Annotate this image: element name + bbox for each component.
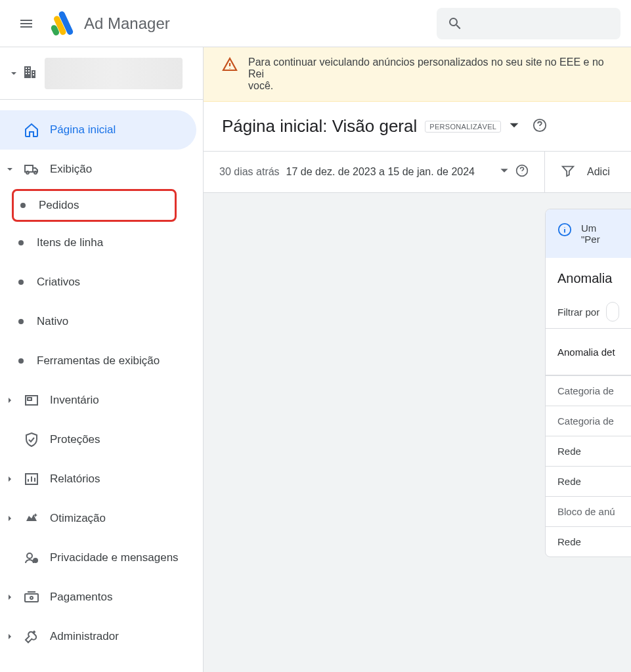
warning-icon [222,56,238,75]
subnav-label: Nativo [37,315,68,328]
date-range: 17 de dez. de 2023 a 15 de jan. de 2024 [286,166,475,178]
subnav-native[interactable]: Nativo [0,302,203,341]
chevron-right-icon [7,476,13,482]
page-header: Página inicial: Visão geral PERSONALIZÁV… [204,102,631,151]
shield-icon [24,432,39,448]
app-name: Ad Manager [84,14,170,33]
nav-label: Pagamentos [50,591,186,604]
banner-line1: Para continuar veiculando anúncios perso… [248,56,604,79]
nav-privacy[interactable]: Privacidade e mensagens [0,538,196,578]
table-header: Anomalia det [546,328,631,375]
spark-icon [24,511,39,526]
table-row[interactable]: Rede [546,526,631,556]
filter-icon [561,163,575,180]
info-line2: "Per [581,234,600,245]
app-logo[interactable]: Ad Manager [47,9,170,38]
table-row[interactable]: Categoria de [546,406,631,436]
panel-title: Anomalia [546,258,631,295]
truck-icon [24,161,39,177]
filter-label: Filtrar por [557,306,599,318]
svg-point-7 [33,558,38,563]
chart-icon [24,471,39,487]
help-icon[interactable] [533,118,547,135]
nav-label: Página inicial [50,123,186,136]
network-name-redacted [45,58,183,89]
subnav-label: Criativos [37,276,80,289]
date-prefix: 30 dias atrás [219,166,280,178]
nav-label: Otimização [50,512,186,525]
chevron-down-icon [500,166,509,178]
nav-admin[interactable]: Administrador [0,617,196,656]
hamburger-icon [18,16,34,32]
chevron-right-icon [7,633,13,640]
nav-label: Exibição [50,163,186,176]
warning-text: Para continuar veiculando anúncios perso… [248,56,613,92]
date-range-selector[interactable]: 30 dias atrás 17 de dez. de 2023 a 15 de… [204,152,545,192]
customizable-badge: PERSONALIZÁVEL [425,121,501,133]
nav-label: Administrador [50,630,186,643]
bullet-icon [20,203,26,208]
filter-label: Adici [587,166,610,178]
svg-rect-8 [25,594,38,602]
panel-info-banner: Um "Per [546,209,631,258]
bullet-icon [18,358,24,364]
help-icon[interactable] [515,164,529,180]
anomaly-panel: Um "Per Anomalia Filtrar por Anomalia de… [545,209,631,557]
subnav-orders[interactable]: Pedidos [12,189,177,222]
chevron-right-icon [7,594,13,600]
subnav-label: Itens de linha [37,236,103,249]
network-selector[interactable] [0,47,203,100]
nav-inventory[interactable]: Inventário [0,381,196,420]
subnav-creatives[interactable]: Criativos [0,262,203,302]
expand-triangle-icon [11,68,17,79]
bullet-icon [18,280,24,285]
subnav-label: Ferramentas de exibição [37,354,160,368]
ad-manager-logo-icon [47,9,76,38]
nav-label: Inventário [50,394,186,407]
search-icon [447,16,463,32]
sidebar: Página inicial Exibição Pedidos Itens de… [0,47,204,672]
nav-delivery[interactable]: Exibição [0,150,196,189]
info-icon [557,222,572,245]
nav-label: Proteções [50,433,186,446]
svg-rect-4 [28,398,32,400]
privacy-icon [24,550,39,566]
nav-optimization[interactable]: Otimização [0,499,196,538]
table-row[interactable]: Categoria de [546,375,631,406]
app-header: Ad Manager [0,0,631,47]
nav-label: Privacidade e mensagens [50,551,186,564]
table-row[interactable]: Bloco de anú [546,496,631,526]
subnav-delivery-tools[interactable]: Ferramentas de exibição [0,341,203,381]
building-icon [22,64,38,83]
nav-home[interactable]: Página inicial [0,110,196,150]
info-text: Um "Per [581,222,600,245]
chevron-down-icon [7,166,13,173]
hamburger-menu-button[interactable] [11,8,42,39]
chevron-right-icon [7,515,13,522]
nav-label: Relatórios [50,472,186,486]
search-input[interactable] [437,8,620,39]
nav-delivery-submenu: Pedidos Itens de linha Criativos Nativo … [0,189,203,381]
main-content: Para continuar veiculando anúncios perso… [204,47,631,672]
info-line1: Um [581,222,596,234]
nav-protections[interactable]: Proteções [0,420,196,459]
bullet-icon [18,240,24,245]
table-row[interactable]: Rede [546,436,631,466]
wrench-icon [24,629,39,644]
svg-point-9 [30,597,33,599]
banner-line2: você. [248,80,273,91]
payment-icon [24,589,39,605]
chevron-right-icon [7,397,13,404]
panel-filter[interactable]: Filtrar por [546,295,631,328]
inventory-icon [24,392,39,408]
nav-reports[interactable]: Relatórios [0,459,196,499]
add-filter[interactable]: Adici [545,163,626,180]
svg-point-6 [27,553,32,558]
toolbar: 30 dias atrás 17 de dez. de 2023 a 15 de… [204,151,631,193]
dashboard-content: Um "Per Anomalia Filtrar por Anomalia de… [204,193,631,672]
table-row[interactable]: Rede [546,466,631,496]
subnav-line-items[interactable]: Itens de linha [0,223,203,262]
nav-payments[interactable]: Pagamentos [0,578,196,617]
filter-chip[interactable] [606,302,619,322]
dropdown-icon[interactable] [509,120,519,133]
